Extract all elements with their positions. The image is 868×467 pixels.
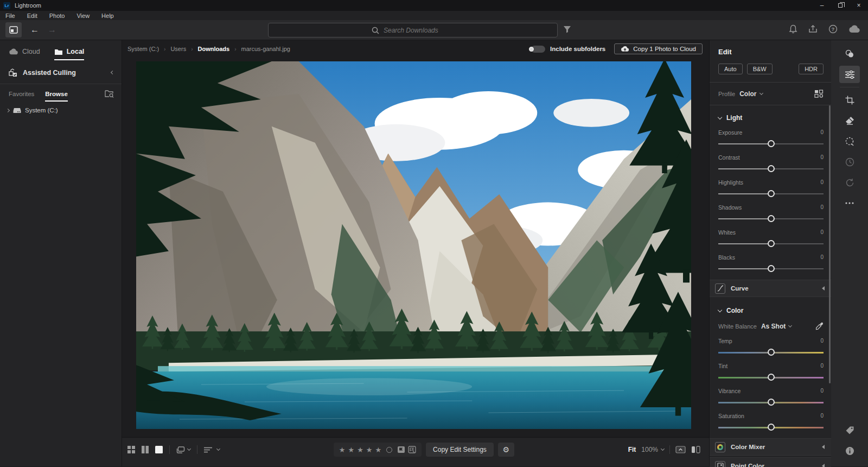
copy-edit-settings-button[interactable]: Copy Edit Settings <box>426 443 494 457</box>
filter-button[interactable] <box>563 26 571 33</box>
chevron-down-icon <box>661 447 665 451</box>
photo-mountain-lake[interactable] <box>136 61 691 429</box>
slider-knob[interactable] <box>768 424 775 431</box>
collapse-chevron-icon[interactable] <box>111 71 114 74</box>
chevron-down-icon <box>759 91 763 94</box>
chevron-down-icon <box>788 323 792 327</box>
more-options-button[interactable] <box>839 194 860 212</box>
contrast-slider: Contrast0 <box>718 154 824 172</box>
flag-reject-icon[interactable] <box>408 446 416 453</box>
healing-tool-button[interactable] <box>839 112 860 129</box>
star-icon[interactable]: ★ <box>375 446 381 453</box>
color-mixer-section[interactable]: Color Mixer <box>710 438 831 456</box>
sync-status-button[interactable] <box>839 174 860 191</box>
tab-favorites[interactable]: Favorites <box>9 91 34 100</box>
breadcrumb-downloads[interactable]: Downloads <box>197 46 229 52</box>
keywords-button[interactable] <box>839 421 860 439</box>
tree-item-label: System (C:) <box>25 107 58 113</box>
info-button[interactable] <box>839 442 860 459</box>
curve-section[interactable]: Curve <box>710 280 831 297</box>
breadcrumb-system-c[interactable]: System (C:) <box>127 46 159 52</box>
color-section-header[interactable]: Color <box>718 307 824 314</box>
highlights-slider: Highlights0 <box>718 179 824 197</box>
menu-photo[interactable]: Photo <box>49 12 65 19</box>
tree-item-system-c[interactable]: System (C:) <box>0 102 122 113</box>
collapse-triangle-icon <box>822 286 825 291</box>
edit-tool-button[interactable] <box>839 66 860 83</box>
forward-arrow-button[interactable]: → <box>48 25 56 35</box>
folder-search-button[interactable] <box>105 90 114 98</box>
slider-knob[interactable] <box>768 140 775 147</box>
menu-view[interactable]: View <box>76 12 90 19</box>
share-icon[interactable] <box>808 24 818 34</box>
include-subfolders-label: Include subfolders <box>550 46 605 52</box>
color-label-icon[interactable] <box>386 447 392 453</box>
minimize-button[interactable]: – <box>813 0 831 11</box>
sort-menu-button[interactable] <box>204 447 220 453</box>
crop-tool-button[interactable] <box>839 91 860 109</box>
star-icon[interactable]: ★ <box>339 446 346 453</box>
white-balance-eyedropper-button[interactable] <box>815 322 824 330</box>
star-icon[interactable]: ★ <box>348 446 354 453</box>
expand-chevron-icon[interactable] <box>6 108 10 112</box>
settings-gear-button[interactable]: ⚙ <box>498 443 514 457</box>
search-bar[interactable] <box>268 23 558 37</box>
include-subfolders-toggle[interactable] <box>531 46 545 53</box>
stacks-menu-button[interactable] <box>176 446 190 453</box>
point-color-section[interactable]: Point Color <box>710 457 831 467</box>
tab-browse[interactable]: Browse <box>45 91 68 102</box>
detail-view-icon[interactable] <box>155 446 163 453</box>
tab-local[interactable]: Local <box>54 48 85 60</box>
slider-knob[interactable] <box>768 265 775 272</box>
fit-button[interactable]: Fit <box>628 446 636 453</box>
menu-help[interactable]: Help <box>101 12 114 19</box>
slider-knob[interactable] <box>768 165 775 172</box>
restore-button[interactable] <box>831 0 850 11</box>
white-balance-dropdown[interactable]: As Shot <box>761 323 792 330</box>
edit-panel-scrollbar[interactable] <box>829 105 831 383</box>
star-icon[interactable]: ★ <box>366 446 373 453</box>
profile-browser-button[interactable] <box>814 90 824 98</box>
temp-slider: Temp0 <box>718 338 824 356</box>
compare-view-icon[interactable] <box>142 446 149 453</box>
sidebar-toggle-button[interactable] <box>5 22 22 37</box>
auto-button[interactable]: Auto <box>718 64 743 74</box>
edit-panel: Edit Auto B&W HDR Profile Color <box>709 40 831 466</box>
profile-dropdown[interactable]: Color <box>739 90 762 98</box>
slider-knob[interactable] <box>768 399 775 406</box>
breadcrumb-filename[interactable]: marcus-ganahl.jpg <box>241 46 291 52</box>
flag-pick-icon[interactable] <box>397 446 405 453</box>
presets-button[interactable] <box>839 45 860 62</box>
grid-view-icon[interactable] <box>127 446 135 453</box>
hdr-button[interactable]: HDR <box>799 64 824 74</box>
versions-button[interactable] <box>839 153 860 171</box>
filmstrip-toggle-icon[interactable] <box>675 446 686 453</box>
masking-tool-button[interactable] <box>839 132 860 150</box>
slider-knob[interactable] <box>768 215 775 222</box>
breadcrumb-users[interactable]: Users <box>170 46 186 52</box>
before-after-view-icon[interactable] <box>691 446 700 453</box>
folder-icon <box>54 48 63 55</box>
cloud-sync-icon[interactable] <box>848 25 860 33</box>
saturation-label: Saturation <box>718 413 744 419</box>
zoom-level-dropdown[interactable]: 100% <box>641 446 664 453</box>
assisted-culling-item[interactable]: Assisted Culling <box>0 60 122 84</box>
slider-knob[interactable] <box>768 240 775 247</box>
bw-button[interactable]: B&W <box>747 64 773 74</box>
star-icon[interactable]: ★ <box>357 446 363 453</box>
help-icon[interactable]: ? <box>828 24 838 34</box>
close-button[interactable]: × <box>850 0 868 11</box>
menu-bar: File Edit Photo View Help <box>0 11 868 20</box>
notifications-bell-icon[interactable] <box>789 24 797 34</box>
slider-knob[interactable] <box>768 349 775 356</box>
search-input[interactable] <box>384 27 454 34</box>
slider-knob[interactable] <box>768 374 775 381</box>
shadows-value: 0 <box>820 204 824 211</box>
back-arrow-button[interactable]: ← <box>30 25 39 35</box>
copy-to-cloud-button[interactable]: Copy 1 Photo to Cloud <box>614 43 703 54</box>
menu-file[interactable]: File <box>5 12 15 19</box>
slider-knob[interactable] <box>768 190 775 197</box>
tab-cloud[interactable]: Cloud <box>9 48 40 59</box>
menu-edit[interactable]: Edit <box>27 12 37 19</box>
light-section-header[interactable]: Light <box>718 114 824 122</box>
